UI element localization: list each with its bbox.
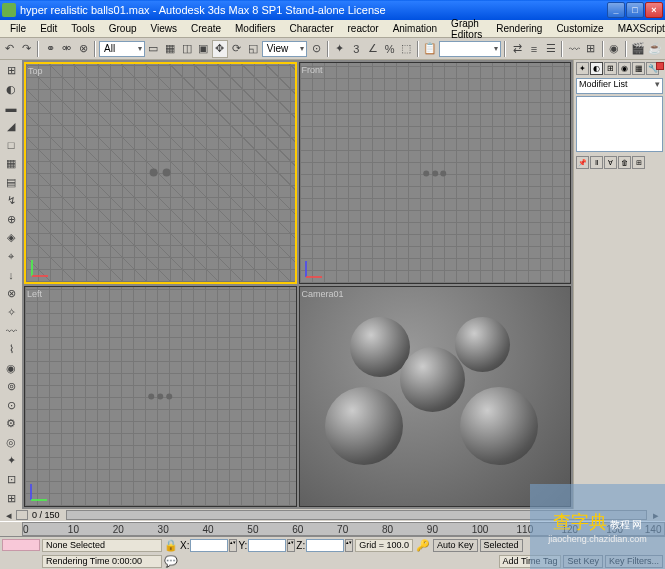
- tool-icon[interactable]: ◉: [2, 359, 20, 377]
- slider-left-button[interactable]: ◂: [2, 510, 16, 520]
- y-spinner[interactable]: ▴▾: [287, 539, 295, 552]
- track-bar[interactable]: [2, 539, 40, 551]
- maximize-button[interactable]: □: [626, 2, 644, 18]
- schematic-button[interactable]: ⊞: [583, 40, 599, 58]
- tool-icon[interactable]: ⊗: [2, 285, 20, 303]
- window-crossing-button[interactable]: ▣: [195, 40, 211, 58]
- tool-icon[interactable]: ✧: [2, 304, 20, 322]
- spinner-snap-button[interactable]: ⬚: [398, 40, 414, 58]
- tool-icon[interactable]: ◎: [2, 434, 20, 452]
- selection-filter-dropdown[interactable]: All: [99, 41, 145, 57]
- curve-editor-button[interactable]: 〰: [566, 40, 582, 58]
- named-selection-button[interactable]: 📋: [422, 40, 438, 58]
- render-scene-button[interactable]: 🎬: [630, 40, 646, 58]
- unlink-button[interactable]: ⚮: [59, 40, 75, 58]
- select-move-button[interactable]: ✥: [212, 40, 228, 58]
- undo-button[interactable]: ↶: [2, 40, 18, 58]
- create-tab[interactable]: ✦: [576, 62, 589, 75]
- tool-icon[interactable]: ↓: [2, 266, 20, 284]
- named-selection-dropdown[interactable]: [439, 41, 502, 57]
- z-spinner[interactable]: ▴▾: [345, 539, 353, 552]
- selected-button[interactable]: Selected: [480, 539, 523, 552]
- tool-icon[interactable]: ⊡: [2, 471, 20, 489]
- menu-modifiers[interactable]: Modifiers: [229, 21, 282, 36]
- align-button[interactable]: ≡: [526, 40, 542, 58]
- lock-selection-button[interactable]: 🔒: [164, 539, 178, 552]
- menu-character[interactable]: Character: [284, 21, 340, 36]
- redo-button[interactable]: ↷: [19, 40, 35, 58]
- menu-customize[interactable]: Customize: [550, 21, 609, 36]
- tool-icon[interactable]: ▦: [2, 155, 20, 173]
- menu-reactor[interactable]: reactor: [342, 21, 385, 36]
- modifier-list-dropdown[interactable]: Modifier List: [576, 78, 663, 94]
- tool-icon[interactable]: ⊙: [2, 396, 20, 414]
- snap-button[interactable]: 3: [349, 40, 365, 58]
- y-input[interactable]: [248, 539, 286, 552]
- select-rotate-button[interactable]: ⟳: [229, 40, 245, 58]
- select-name-button[interactable]: ▦: [162, 40, 178, 58]
- tool-icon[interactable]: ⊞: [2, 489, 20, 507]
- menu-maxscript[interactable]: MAXScript: [612, 21, 665, 36]
- autokey-button[interactable]: Auto Key: [433, 539, 478, 552]
- tool-icon[interactable]: ⊕: [2, 211, 20, 229]
- link-button[interactable]: ⚭: [42, 40, 58, 58]
- tool-icon[interactable]: 〰: [2, 322, 20, 340]
- angle-snap-button[interactable]: ∠: [365, 40, 381, 58]
- menu-group[interactable]: Group: [103, 21, 143, 36]
- tool-icon[interactable]: ⊚: [2, 378, 20, 396]
- menu-edit[interactable]: Edit: [34, 21, 63, 36]
- quick-render-button[interactable]: ☕: [647, 40, 663, 58]
- show-result-icon[interactable]: Ⅱ: [590, 156, 603, 169]
- reactor-icon[interactable]: ◐: [2, 81, 20, 99]
- x-spinner[interactable]: ▴▾: [229, 539, 237, 552]
- menu-tools[interactable]: Tools: [65, 21, 100, 36]
- time-slider-handle[interactable]: [16, 510, 28, 520]
- menu-views[interactable]: Views: [145, 21, 184, 36]
- close-button[interactable]: ×: [645, 2, 663, 18]
- tool-icon[interactable]: ⌖: [2, 248, 20, 266]
- tool-icon[interactable]: □: [2, 136, 20, 154]
- configure-icon[interactable]: ⊞: [632, 156, 645, 169]
- tool-icon[interactable]: ⚙: [2, 415, 20, 433]
- menu-create[interactable]: Create: [185, 21, 227, 36]
- modifier-stack[interactable]: [576, 96, 663, 152]
- z-input[interactable]: [306, 539, 344, 552]
- viewport-front[interactable]: Front: [299, 62, 572, 284]
- remove-mod-icon[interactable]: 🗑: [618, 156, 631, 169]
- tab-panel-icon[interactable]: ⊞: [2, 62, 20, 80]
- tool-icon[interactable]: ⌇: [2, 341, 20, 359]
- tool-icon[interactable]: ◢: [2, 118, 20, 136]
- make-unique-icon[interactable]: ∀: [604, 156, 617, 169]
- percent-snap-button[interactable]: %: [382, 40, 398, 58]
- select-button[interactable]: ▭: [146, 40, 162, 58]
- material-editor-button[interactable]: ◉: [607, 40, 623, 58]
- pin-stack-icon[interactable]: 📌: [576, 156, 589, 169]
- minimize-button[interactable]: _: [607, 2, 625, 18]
- manipulate-button[interactable]: ✦: [332, 40, 348, 58]
- select-scale-button[interactable]: ◱: [245, 40, 261, 58]
- bind-button[interactable]: ⊗: [75, 40, 91, 58]
- tool-icon[interactable]: ▬: [2, 99, 20, 117]
- menu-grapheditors[interactable]: Graph Editors: [445, 16, 488, 42]
- x-input[interactable]: [190, 539, 228, 552]
- select-region-button[interactable]: ◫: [179, 40, 195, 58]
- menu-file[interactable]: File: [4, 21, 32, 36]
- modify-tab[interactable]: ◐: [590, 62, 603, 75]
- prompt-button[interactable]: 💬: [164, 555, 178, 568]
- viewport-camera[interactable]: Camera01: [299, 286, 572, 508]
- tool-icon[interactable]: ◈: [2, 229, 20, 247]
- key-mode-button[interactable]: 🔑: [415, 539, 431, 552]
- display-tab[interactable]: ▦: [632, 62, 645, 75]
- viewport-top[interactable]: Top: [24, 62, 297, 284]
- viewport-left[interactable]: Left: [24, 286, 297, 508]
- pivot-button[interactable]: ⊙: [308, 40, 324, 58]
- mirror-button[interactable]: ⇄: [509, 40, 525, 58]
- motion-tab[interactable]: ◉: [618, 62, 631, 75]
- tool-icon[interactable]: ↯: [2, 192, 20, 210]
- tool-icon[interactable]: ✦: [2, 452, 20, 470]
- menu-rendering[interactable]: Rendering: [490, 21, 548, 36]
- refcoord-dropdown[interactable]: View: [262, 41, 308, 57]
- tool-icon[interactable]: ▤: [2, 173, 20, 191]
- layers-button[interactable]: ☰: [543, 40, 559, 58]
- hierarchy-tab[interactable]: ⊞: [604, 62, 617, 75]
